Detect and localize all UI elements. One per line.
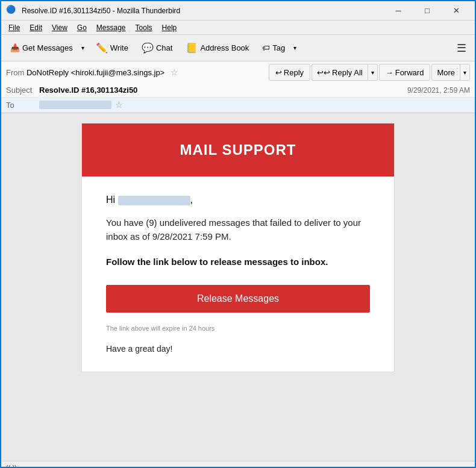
email-header: From DoNotReply <hiroki.fujii@me3.sings.… bbox=[1, 61, 475, 113]
hi-line: Hi , bbox=[106, 195, 370, 205]
chat-icon: 💬 bbox=[142, 42, 154, 54]
forward-icon: → bbox=[386, 68, 393, 77]
toolbar: 📥 Get Messages ▾ ✏️ Write 💬 Chat 📒 Addre… bbox=[1, 35, 475, 61]
email-content-area: PHISHING MAIL SUPPORT Hi , You have (9) … bbox=[1, 113, 475, 461]
chat-label: Chat bbox=[156, 43, 172, 52]
email-card-header: MAIL SUPPORT bbox=[82, 123, 394, 176]
tag-icon: 🏷 bbox=[262, 43, 270, 52]
get-messages-dropdown: 📥 Get Messages ▾ bbox=[5, 39, 88, 58]
reply-label: Reply bbox=[284, 68, 304, 77]
get-messages-label: Get Messages bbox=[22, 43, 73, 52]
reply-all-button[interactable]: ↩↩ Reply All bbox=[312, 64, 368, 81]
window-title: Resolve.ID #16,301134zi50 - Mozilla Thun… bbox=[22, 7, 384, 15]
menu-view[interactable]: View bbox=[47, 22, 72, 33]
tag-dropdown-arrow[interactable]: ▾ bbox=[290, 39, 300, 58]
tag-button[interactable]: 🏷 Tag bbox=[257, 39, 290, 58]
sign-off: Have a great day! bbox=[106, 344, 370, 354]
email-card: MAIL SUPPORT Hi , You have (9) undeliver… bbox=[81, 123, 395, 372]
from-row: From DoNotReply <hiroki.fujii@me3.sings.… bbox=[6, 67, 178, 77]
tag-dropdown: 🏷 Tag ▾ bbox=[257, 39, 300, 58]
reply-all-dropdown-arrow[interactable]: ▾ bbox=[368, 64, 378, 81]
email-action-bar: From DoNotReply <hiroki.fujii@me3.sings.… bbox=[1, 61, 475, 83]
minimize-button[interactable]: ─ bbox=[384, 2, 412, 20]
reply-icon: ↩ bbox=[275, 68, 282, 77]
menu-message[interactable]: Message bbox=[92, 22, 131, 33]
tag-label: Tag bbox=[272, 43, 285, 52]
toolbar-menu-icon[interactable]: ☰ bbox=[452, 39, 471, 57]
reply-all-label: Reply All bbox=[332, 68, 363, 77]
to-row: To ☆ bbox=[1, 98, 475, 113]
to-label: To bbox=[6, 101, 39, 110]
app-icon: 🔵 bbox=[6, 5, 18, 17]
get-messages-button[interactable]: 📥 Get Messages bbox=[5, 39, 78, 58]
write-button[interactable]: ✏️ Write bbox=[90, 39, 134, 58]
get-messages-icon: 📥 bbox=[10, 43, 20, 52]
forward-label: Forward bbox=[395, 68, 424, 77]
window-controls: ─ □ ✕ bbox=[384, 2, 470, 20]
release-messages-button[interactable]: Release Messages bbox=[106, 285, 370, 313]
address-book-icon: 📒 bbox=[186, 42, 198, 54]
more-button[interactable]: More bbox=[431, 64, 460, 81]
comma: , bbox=[190, 195, 193, 205]
menu-help[interactable]: Help bbox=[157, 22, 182, 33]
menu-tools[interactable]: Tools bbox=[131, 22, 157, 33]
write-label: Write bbox=[110, 43, 128, 52]
body-paragraph: You have (9) undelivered messages that f… bbox=[106, 216, 370, 243]
more-split: More ▾ bbox=[431, 64, 470, 81]
recipient-name-blurred bbox=[118, 196, 190, 205]
subject-label: Subject bbox=[6, 86, 39, 95]
forward-button[interactable]: → Forward bbox=[379, 64, 431, 81]
close-button[interactable]: ✕ bbox=[442, 2, 470, 20]
email-card-body: Hi , You have (9) undelivered messages t… bbox=[82, 176, 394, 372]
subject-row: Subject Resolve.ID #16,301134zi50 9/29/2… bbox=[1, 83, 475, 98]
reply-all-split: ↩↩ Reply All ▾ bbox=[312, 64, 378, 81]
address-book-button[interactable]: 📒 Address Book bbox=[180, 39, 254, 58]
statusbar: ((·)) bbox=[1, 461, 475, 468]
chat-button[interactable]: 💬 Chat bbox=[136, 39, 178, 58]
expire-text: The link above will expire in 24 hours bbox=[106, 325, 370, 332]
to-value-blurred bbox=[39, 101, 111, 109]
get-messages-dropdown-arrow[interactable]: ▾ bbox=[78, 39, 88, 58]
maximize-button[interactable]: □ bbox=[413, 2, 441, 20]
hi-text: Hi bbox=[106, 195, 115, 205]
menu-file[interactable]: File bbox=[4, 22, 25, 33]
menubar: File Edit View Go Message Tools Help bbox=[1, 20, 475, 35]
reply-button[interactable]: ↩ Reply bbox=[269, 64, 310, 81]
email-date: 9/29/2021, 2:59 AM bbox=[407, 86, 470, 95]
more-label: More bbox=[437, 68, 455, 77]
titlebar: 🔵 Resolve.ID #16,301134zi50 - Mozilla Th… bbox=[1, 1, 475, 20]
write-icon: ✏️ bbox=[96, 42, 108, 54]
reply-all-icon: ↩↩ bbox=[317, 68, 330, 77]
menu-edit[interactable]: Edit bbox=[25, 22, 47, 33]
action-buttons: ↩ Reply ↩↩ Reply All ▾ → Forward More ▾ bbox=[269, 64, 470, 81]
more-dropdown-arrow[interactable]: ▾ bbox=[460, 64, 470, 81]
from-star-icon[interactable]: ☆ bbox=[171, 67, 178, 77]
mail-support-title: MAIL SUPPORT bbox=[94, 142, 382, 158]
subject-value: Resolve.ID #16,301134zi50 bbox=[39, 86, 407, 95]
statusbar-icon: ((·)) bbox=[6, 464, 17, 469]
body-bold: Follow the link below to release message… bbox=[106, 255, 370, 268]
address-book-label: Address Book bbox=[200, 43, 249, 52]
to-star-icon[interactable]: ☆ bbox=[115, 100, 123, 110]
menu-go[interactable]: Go bbox=[72, 22, 92, 33]
from-value: DoNotReply <hiroki.fujii@me3.sings.jp> bbox=[27, 68, 164, 77]
from-label: From bbox=[6, 68, 24, 77]
